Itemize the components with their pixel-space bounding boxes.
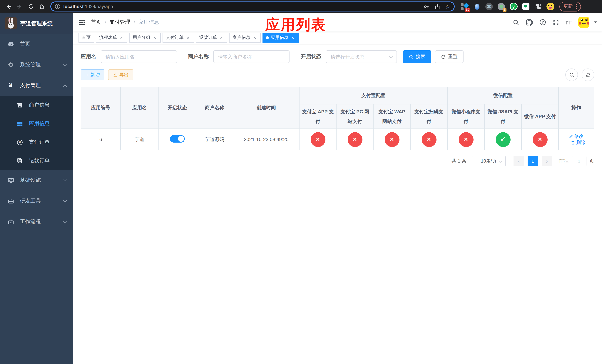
share-icon[interactable] — [434, 3, 440, 10]
ext-recorder-icon[interactable]: 1 — [497, 2, 505, 11]
sidebar-item-merchant-info[interactable]: 商户信息 — [0, 96, 73, 114]
bookmark-star-icon[interactable]: ☆ — [445, 4, 450, 9]
avatar-dropdown-caret-icon[interactable] — [594, 21, 597, 23]
yen-icon: ¥ — [7, 82, 15, 89]
chevron-down-icon — [63, 198, 67, 202]
breadcrumb-current: 应用信息 — [139, 19, 159, 26]
ext-collab-icon[interactable]: 10 — [461, 2, 469, 11]
browser-profile-avatar[interactable] — [546, 2, 554, 11]
status-label: 开启状态 — [301, 53, 321, 60]
toggle-search-button[interactable] — [565, 68, 578, 81]
browser-home-icon[interactable] — [37, 2, 47, 11]
ext-command-icon[interactable]: ⌘ — [485, 2, 493, 11]
header-search-icon[interactable] — [513, 19, 519, 25]
extensions-puzzle-icon[interactable] — [534, 2, 542, 11]
tab-refund-order[interactable]: 退款订单× — [196, 33, 227, 43]
tab-close-icon[interactable]: × — [219, 35, 224, 40]
tab-close-icon[interactable]: × — [119, 35, 124, 40]
goto-page-input[interactable] — [572, 156, 586, 166]
reset-button[interactable]: 重置 — [435, 50, 463, 63]
cell-operations: 修改 删除 — [559, 129, 594, 150]
sidebar-item-dev-tools[interactable]: 研发工具 — [0, 191, 73, 212]
breadcrumb: 首页 / 支付管理 / 应用信息 — [91, 19, 159, 26]
payment-submenu: 商户信息 应用信息 ¥ 支付订单 — [0, 96, 73, 170]
tab-label: 应用信息 — [271, 34, 288, 41]
tags-view-bar: 首页 流程表单× 用户分组× 支付订单× 退款订单× 商户信息× 应用信息× — [73, 32, 602, 44]
sidebar-item-label: 系统管理 — [20, 62, 41, 68]
add-button[interactable]: + 新增 — [81, 69, 104, 80]
extensions-cluster: 10 ⌘ 1 y — [458, 2, 557, 11]
sidebar-item-label: 支付管理 — [20, 82, 41, 89]
password-key-icon[interactable] — [423, 3, 429, 10]
address-bar[interactable]: localhost:1024/pay/app ☆ — [50, 1, 455, 11]
svg-text:?: ? — [541, 20, 544, 24]
github-icon[interactable] — [526, 19, 533, 26]
tab-close-icon[interactable]: × — [252, 35, 257, 40]
sidebar-item-home[interactable]: 首页 — [0, 34, 73, 54]
update-button[interactable]: 更新 — [559, 2, 581, 11]
ext-balloon-icon[interactable] — [473, 2, 481, 11]
fullscreen-icon[interactable] — [553, 19, 559, 25]
briefcase-icon — [7, 219, 15, 225]
tab-merchant-info[interactable]: 商户信息× — [229, 33, 261, 43]
sidebar-item-label: 支付订单 — [29, 139, 50, 146]
font-size-icon[interactable]: ᴛT — [566, 19, 572, 25]
tab-pay-order[interactable]: 支付订单× — [162, 33, 194, 43]
sidebar-item-refund-order[interactable]: 退款订单 — [0, 151, 73, 170]
breadcrumb-payment[interactable]: 支付管理 — [110, 19, 130, 26]
tab-close-icon[interactable]: × — [152, 35, 157, 40]
logo-image — [5, 17, 17, 29]
url-text[interactable]: localhost:1024/pay/app — [63, 4, 420, 9]
browser-forward-icon[interactable] — [15, 2, 24, 11]
browser-menu-icon[interactable] — [576, 4, 577, 9]
browser-reload-icon[interactable] — [26, 2, 35, 11]
sidebar-item-infra[interactable]: 基础设施 — [0, 170, 73, 191]
page-1-button[interactable]: 1 — [527, 156, 538, 166]
sidebar-item-payment[interactable]: ¥ 支付管理 — [0, 75, 73, 96]
tab-close-icon[interactable]: × — [185, 35, 191, 40]
delete-button[interactable]: 删除 — [571, 139, 585, 146]
sidebar-logo[interactable]: 芋道管理系统 — [0, 13, 73, 34]
app-name-label: 应用名 — [81, 53, 96, 60]
export-button[interactable]: 导出 — [108, 69, 133, 80]
search-button[interactable]: 搜索 — [403, 50, 431, 63]
update-label: 更新 — [563, 3, 573, 10]
sidebar-item-pay-order[interactable]: ¥ 支付订单 — [0, 133, 73, 151]
alipay-pc-status-icon: × — [347, 132, 362, 147]
sidebar-item-label: 退款订单 — [29, 157, 50, 164]
user-avatar[interactable] — [578, 17, 589, 28]
chevron-down-icon — [499, 159, 503, 163]
col-wx-jsapi: 微信 JSAPI 支付 — [484, 104, 521, 129]
status-select[interactable] — [326, 50, 397, 63]
next-page-button[interactable]: › — [542, 156, 552, 166]
browser-back-icon[interactable] — [4, 2, 13, 11]
export-button-label: 导出 — [119, 72, 129, 78]
filter-form: 应用名 商户名称 开启状态 搜索 — [81, 50, 594, 63]
table-row: 6 芋道 芋道源码 2021-10-23 08:49:25 × × × × × … — [81, 129, 594, 150]
tab-process-form[interactable]: 流程表单× — [96, 33, 127, 43]
merchant-name-input[interactable] — [213, 50, 290, 63]
app-name-input[interactable] — [101, 50, 177, 63]
chevron-down-icon — [63, 62, 67, 66]
document-copy-icon — [16, 158, 24, 164]
status-select-input[interactable] — [326, 50, 397, 63]
prev-page-button[interactable]: ‹ — [514, 156, 524, 166]
page-size-select[interactable]: 10条/页 — [472, 156, 506, 166]
url-path: :1024/pay/app — [84, 4, 113, 9]
refresh-table-button[interactable] — [582, 68, 594, 81]
sidebar-item-workflow[interactable]: 工作流程 — [0, 212, 73, 232]
status-toggle[interactable] — [170, 135, 185, 143]
ext-y-icon[interactable]: y — [509, 2, 517, 11]
sidebar-item-system[interactable]: 系统管理 — [0, 54, 73, 75]
col-operations: 操作 — [559, 87, 594, 129]
sidebar-fold-icon[interactable] — [73, 19, 91, 26]
tab-home[interactable]: 首页 — [78, 33, 94, 43]
tab-user-group[interactable]: 用户分组× — [129, 33, 161, 43]
edit-button[interactable]: 修改 — [569, 133, 583, 139]
ext-chat-icon[interactable] — [522, 2, 530, 11]
sidebar-item-app-info[interactable]: 应用信息 — [0, 114, 73, 133]
site-info-icon[interactable] — [55, 4, 60, 9]
tab-close-icon[interactable]: × — [290, 35, 295, 40]
breadcrumb-home[interactable]: 首页 — [91, 19, 101, 26]
help-icon[interactable]: ? — [539, 19, 546, 26]
